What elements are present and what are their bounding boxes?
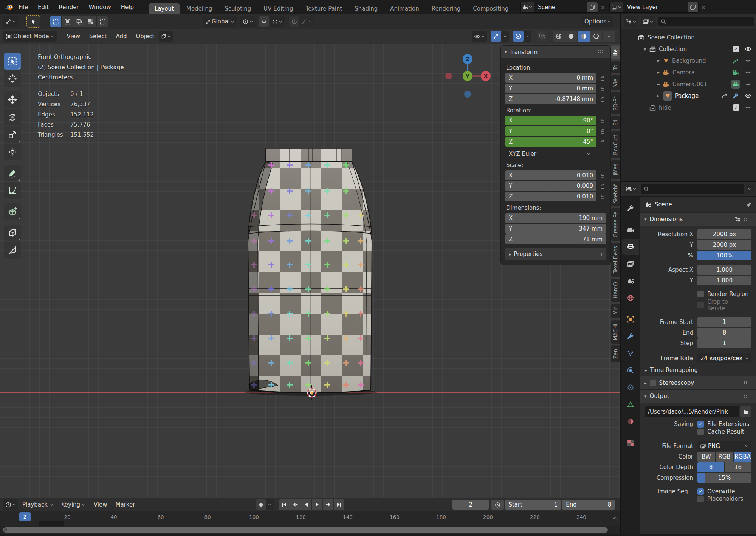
menu-help[interactable]: Help bbox=[116, 0, 139, 14]
disclosure-triangle[interactable]: ► bbox=[655, 70, 662, 75]
properties-breadcrumb-toggle[interactable] bbox=[624, 184, 638, 194]
transform-pivot-dropdown[interactable] bbox=[159, 31, 173, 42]
scale-x-field[interactable]: X0.010 bbox=[505, 170, 596, 180]
tool-add-cube[interactable] bbox=[4, 203, 21, 220]
jump-to-start-button[interactable] bbox=[279, 499, 290, 510]
tab-compositing[interactable]: Compositing bbox=[467, 3, 514, 14]
tab-object-properties[interactable] bbox=[622, 311, 639, 327]
dimensions-y-field[interactable]: Y347 mm bbox=[505, 224, 606, 234]
out liner-search-input[interactable] bbox=[658, 17, 754, 26]
tab-texture-paint[interactable]: Texture Paint bbox=[299, 3, 348, 14]
overlays-settings-dropdown[interactable] bbox=[524, 31, 531, 42]
eye-closed-icon[interactable] bbox=[745, 81, 751, 87]
npanel-tab-hardops[interactable]: HardO bbox=[611, 279, 620, 302]
rotation-x-field[interactable]: X90° bbox=[505, 116, 596, 125]
outliner-row-collection[interactable]: ▼ Collection ✓ bbox=[621, 43, 756, 55]
location-z-field[interactable]: Z-0.87148 mm bbox=[505, 94, 596, 104]
scene-unlink-button[interactable]: × bbox=[598, 4, 607, 11]
eye-closed-icon[interactable] bbox=[745, 57, 751, 64]
viewport-menu-add[interactable]: Add bbox=[111, 33, 131, 40]
location-x-field[interactable]: X0 mm bbox=[505, 73, 596, 83]
properties-subpanel-header[interactable]: ▸ Properties bbox=[505, 248, 606, 260]
compression-slider[interactable]: 15% bbox=[697, 473, 751, 483]
rotation-mode-dropdown[interactable]: XYZ Euler bbox=[505, 149, 593, 159]
lock-location-y-icon[interactable] bbox=[600, 86, 606, 91]
transform-orientation-dropdown[interactable]: Global bbox=[203, 16, 237, 27]
eye-closed-icon[interactable] bbox=[745, 69, 751, 76]
panel-grip[interactable] bbox=[593, 252, 602, 256]
color-rgba-button[interactable]: RGBA bbox=[734, 452, 751, 462]
timeline-menu-marker[interactable]: Marker bbox=[112, 501, 139, 508]
menu-file[interactable]: File bbox=[14, 0, 33, 14]
frame-start-field[interactable]: 1 bbox=[697, 317, 751, 327]
shading-dropdown[interactable] bbox=[603, 31, 615, 42]
tab-world-properties[interactable] bbox=[622, 290, 639, 306]
jump-to-end-button[interactable] bbox=[334, 499, 344, 510]
outliner-row-background[interactable]: ► Background bbox=[621, 55, 756, 67]
tool-cursor[interactable] bbox=[4, 70, 21, 87]
panel-grip[interactable] bbox=[744, 381, 753, 385]
show-overlays-toggle[interactable] bbox=[513, 31, 524, 42]
tab-shading[interactable]: Shading bbox=[349, 3, 384, 14]
tab-tool-properties[interactable] bbox=[622, 200, 639, 216]
view-layer-remove-button[interactable]: × bbox=[699, 4, 708, 11]
npanel-tab-tool[interactable]: To bbox=[611, 61, 620, 73]
resolution-percent-slider[interactable]: 100% bbox=[697, 251, 751, 260]
transform-panel-header[interactable]: ▾ Transform bbox=[501, 46, 610, 58]
collection-checkbox[interactable]: ✓ bbox=[733, 104, 739, 111]
timeline-editor-type-button[interactable] bbox=[3, 499, 18, 510]
tab-animation[interactable]: Animation bbox=[384, 3, 425, 14]
tab-constraint-properties[interactable] bbox=[622, 380, 639, 395]
use-preview-range-toggle[interactable] bbox=[491, 500, 504, 510]
play-reverse-button[interactable] bbox=[301, 499, 311, 510]
cache-result-checkbox[interactable] bbox=[697, 429, 704, 435]
active-tool-button[interactable] bbox=[26, 15, 40, 28]
disclosure-triangle[interactable]: ► bbox=[655, 58, 662, 63]
scale-z-field[interactable]: Z0.010 bbox=[505, 192, 596, 201]
aspect-x-field[interactable]: 1.000 bbox=[697, 265, 751, 275]
lock-scale-z-icon[interactable] bbox=[600, 194, 606, 200]
lock-location-x-icon[interactable] bbox=[600, 75, 606, 81]
rotation-y-field[interactable]: Y0° bbox=[505, 126, 596, 136]
render-region-checkbox[interactable] bbox=[697, 291, 704, 297]
tab-texture-properties[interactable] bbox=[622, 435, 639, 451]
collection-checkbox[interactable]: ✓ bbox=[733, 46, 739, 52]
region-collapse-arrow[interactable]: < bbox=[613, 515, 617, 521]
scene-name[interactable]: Scene bbox=[534, 4, 587, 11]
tool-boxcutter[interactable] bbox=[4, 225, 21, 241]
options-dropdown[interactable]: Options bbox=[582, 16, 613, 27]
menu-edit[interactable]: Edit bbox=[33, 0, 54, 14]
tool-transform[interactable] bbox=[4, 144, 21, 160]
play-button[interactable] bbox=[312, 499, 322, 510]
timeline-menu-keying[interactable]: Keying bbox=[57, 501, 90, 508]
tab-object-data-properties[interactable] bbox=[622, 397, 639, 412]
frame-step-field[interactable]: 1 bbox=[697, 338, 751, 348]
proportional-falloff-dropdown[interactable] bbox=[299, 16, 314, 27]
current-frame-field[interactable]: 2 bbox=[452, 500, 489, 510]
select-mode-set-button[interactable] bbox=[50, 16, 61, 27]
tool-hardops[interactable] bbox=[4, 242, 21, 259]
panel-grip[interactable] bbox=[598, 50, 607, 54]
menu-window[interactable]: Window bbox=[84, 0, 116, 14]
shading-material-preview-button[interactable] bbox=[578, 31, 590, 42]
outliner-display-mode-dropdown[interactable] bbox=[624, 16, 638, 27]
select-mode-extend-button[interactable] bbox=[62, 16, 73, 27]
npanel-tab-zen[interactable]: Zen bbox=[611, 345, 620, 362]
location-y-field[interactable]: Y0 mm bbox=[505, 84, 596, 93]
tab-physics-properties[interactable] bbox=[622, 362, 639, 378]
tab-modeling[interactable]: Modeling bbox=[180, 3, 218, 14]
npanel-tab-machin3[interactable]: MACHI bbox=[611, 320, 620, 344]
gizmo-settings-dropdown[interactable] bbox=[501, 31, 509, 42]
snap-target-dropdown[interactable] bbox=[240, 16, 255, 27]
lock-scale-x-icon[interactable] bbox=[600, 173, 606, 178]
properties-options-dropdown[interactable] bbox=[746, 184, 754, 194]
lock-location-z-icon[interactable] bbox=[600, 96, 606, 102]
presets-icon[interactable] bbox=[735, 217, 741, 222]
outliner-row-package[interactable]: ► Package bbox=[621, 90, 756, 102]
timeline-ruler[interactable]: 20 40 60 80 100 120 140 160 180 200 220 … bbox=[0, 511, 620, 526]
stereoscopy-checkbox[interactable] bbox=[650, 380, 656, 386]
select-mode-intersect-button[interactable] bbox=[97, 16, 108, 27]
menu-render[interactable]: Render bbox=[54, 0, 84, 14]
viewport-menu-object[interactable]: Object bbox=[131, 33, 159, 40]
lock-rotation-y-icon[interactable] bbox=[600, 129, 606, 134]
